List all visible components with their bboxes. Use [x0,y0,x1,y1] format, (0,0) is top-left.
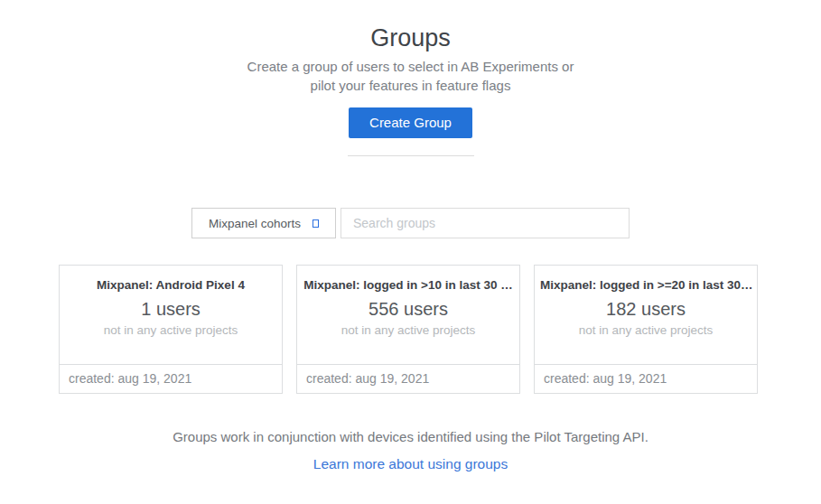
learn-more-link[interactable]: Learn more about using groups [0,456,821,472]
group-users-count: 556 users [297,299,519,320]
section-divider [348,155,474,156]
group-card-title: Mixpanel: logged in >=20 in last 30… [535,278,757,292]
group-card-title: Mixpanel: logged in >10 in last 30 … [297,278,519,292]
group-card-status: not in any active projects [297,323,519,337]
group-card-body: Mixpanel: Android Pixel 4 1 users not in… [60,266,282,364]
cohort-source-dropdown[interactable]: Mixpanel cohorts [191,208,336,238]
create-group-button[interactable]: Create Group [349,107,472,138]
group-card-created: created: aug 19, 2021 [297,364,519,393]
cohort-source-dropdown-value: Mixpanel cohorts [209,217,301,230]
page-subtitle: Create a group of users to select in AB … [0,57,821,95]
subtitle-line-2: pilot your features in feature flags [0,76,821,95]
group-card-created: created: aug 19, 2021 [60,364,282,393]
filter-row: Mixpanel cohorts [191,208,630,238]
group-card-body: Mixpanel: logged in >10 in last 30 … 556… [297,266,519,364]
group-card-created: created: aug 19, 2021 [535,364,757,393]
group-users-count: 182 users [535,299,757,320]
group-card[interactable]: Mixpanel: logged in >=20 in last 30… 182… [534,265,758,394]
group-card[interactable]: Mixpanel: logged in >10 in last 30 … 556… [296,265,520,394]
group-card-title: Mixpanel: Android Pixel 4 [60,278,282,292]
search-input[interactable] [341,208,630,238]
group-users-count: 1 users [60,299,282,320]
create-group-button-row: Create Group [0,107,821,138]
page-title: Groups [0,23,821,52]
group-card-status: not in any active projects [60,323,282,337]
group-cards-row: Mixpanel: Android Pixel 4 1 users not in… [59,265,758,394]
group-card-status: not in any active projects [535,323,757,337]
group-card[interactable]: Mixpanel: Android Pixel 4 1 users not in… [59,265,283,394]
groups-page: Groups Create a group of users to select… [0,23,821,504]
group-card-body: Mixpanel: logged in >=20 in last 30… 182… [535,266,757,364]
square-outline-icon [313,219,319,228]
subtitle-line-1: Create a group of users to select in AB … [0,57,821,76]
footer-info-text: Groups work in conjunction with devices … [0,429,821,444]
